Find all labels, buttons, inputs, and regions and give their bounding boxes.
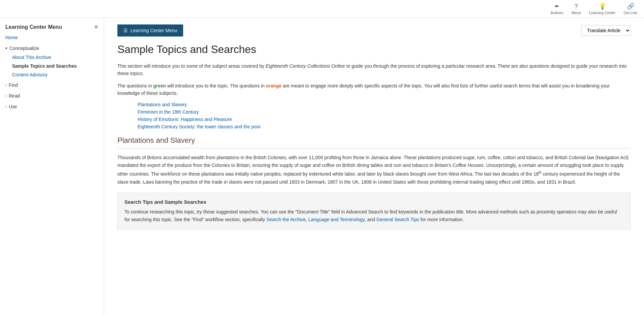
search-tips-and: , and bbox=[365, 217, 376, 222]
sidebar-sub-item-about-archive[interactable]: About This Archive bbox=[0, 53, 104, 62]
sidebar-section-read-label: Read bbox=[9, 93, 20, 99]
sidebar-home-link[interactable]: Home bbox=[0, 34, 104, 44]
article-intro-p1: This section will introduce you to some … bbox=[117, 62, 631, 77]
sidebar-title: Learning Center Menu bbox=[5, 24, 62, 30]
topic-links-list: Plantations and Slavery Feminism in the … bbox=[138, 102, 631, 129]
article-intro-p2: The questions in green will introduce yo… bbox=[117, 82, 631, 97]
article-title: Sample Topics and Searches bbox=[117, 43, 631, 56]
general-search-tips-link[interactable]: General Search Tips bbox=[376, 217, 419, 222]
chevron-right-icon: › bbox=[5, 83, 7, 87]
sidebar-section-find: › Find bbox=[0, 80, 104, 90]
search-tips-body: To continue researching this topic, try … bbox=[124, 208, 624, 223]
get-link-icon: 🔗 bbox=[627, 3, 634, 10]
intro-p1-italic: Eighteenth Century Collections Online bbox=[266, 63, 345, 69]
authors-label: Authors bbox=[550, 11, 563, 15]
chevron-right-icon-read: › bbox=[5, 93, 7, 98]
get-link-label: Get Link bbox=[624, 11, 637, 15]
translate-select[interactable]: Translate Article bbox=[581, 25, 631, 36]
get-link-nav[interactable]: 🔗 Get Link bbox=[624, 3, 637, 15]
sidebar-section-read: › Read bbox=[0, 91, 104, 101]
list-item: History of Emotions: Happiness and Pleas… bbox=[138, 117, 631, 122]
sidebar-section-find-header[interactable]: › Find bbox=[0, 80, 104, 90]
search-tips-title: Search Tips and Sample Searches bbox=[124, 199, 624, 205]
learning-center-label: Learning Center bbox=[589, 11, 615, 15]
sidebar-sub-item-sample-topics[interactable]: Sample Topics and Searches bbox=[0, 62, 104, 70]
intro-p2-start: The questions in bbox=[117, 83, 153, 88]
intro-p2-mid: will introduce you to the topic. The que… bbox=[166, 83, 266, 88]
topic-link-emotions[interactable]: History of Emotions: Happiness and Pleas… bbox=[138, 117, 232, 122]
orange-text: orange bbox=[266, 83, 282, 88]
search-tips-body-end: for more information. bbox=[419, 217, 464, 222]
about-icon: ? bbox=[575, 3, 578, 10]
sidebar-section-read-header[interactable]: › Read bbox=[0, 91, 104, 101]
chevron-right-icon-use: › bbox=[5, 104, 7, 109]
about-nav[interactable]: ? About bbox=[571, 3, 581, 15]
learning-center-menu-button[interactable]: ☰ Learning Center Menu bbox=[117, 24, 183, 37]
sidebar-section-use-label: Use bbox=[9, 104, 17, 109]
chevron-down-icon: ▾ bbox=[5, 46, 7, 51]
list-item: Plantations and Slavery bbox=[138, 102, 631, 107]
section-divider bbox=[117, 148, 631, 148]
list-item: Eighteenth Century Society: the lower cl… bbox=[138, 124, 631, 129]
topic-link-feminism[interactable]: Feminism in the 18th Century bbox=[138, 109, 199, 115]
authors-nav[interactable]: ✒ Authors bbox=[550, 3, 563, 15]
sidebar: Learning Center Menu ✕ Home ▾ Conceptual… bbox=[0, 18, 104, 314]
search-the-archive-link[interactable]: Search the Archive bbox=[266, 217, 306, 222]
learning-center-nav[interactable]: 💡 Learning Center bbox=[589, 3, 615, 15]
menu-lines-icon: ☰ bbox=[123, 28, 128, 33]
topic-link-plantations[interactable]: Plantations and Slavery bbox=[138, 102, 187, 107]
green-text: green bbox=[153, 83, 166, 88]
main-layout: Learning Center Menu ✕ Home ▾ Conceptual… bbox=[0, 18, 644, 314]
content-area: ☰ Learning Center Menu Translate Article… bbox=[104, 18, 644, 314]
top-bar: ✒ Authors ? About 💡 Learning Center 🔗 Ge… bbox=[0, 0, 644, 18]
section-body-plantations: Thousands of Britons accumulated wealth … bbox=[117, 154, 631, 186]
sidebar-section-conceptualize: ▾ Conceptualize About This Archive Sampl… bbox=[0, 44, 104, 79]
sidebar-section-conceptualize-label: Conceptualize bbox=[9, 46, 39, 51]
list-item: Feminism in the 18th Century bbox=[138, 109, 631, 115]
topic-link-society[interactable]: Eighteenth Century Society: the lower cl… bbox=[138, 124, 261, 129]
learning-center-btn-label: Learning Center Menu bbox=[130, 28, 177, 33]
sidebar-sub-item-content-advisory[interactable]: Content Advisory bbox=[0, 70, 104, 79]
content-header: ☰ Learning Center Menu Translate Article bbox=[117, 24, 631, 37]
sidebar-section-conceptualize-header[interactable]: ▾ Conceptualize bbox=[0, 44, 104, 53]
authors-icon: ✒ bbox=[554, 3, 559, 10]
language-terminology-link[interactable]: Language and Terminology bbox=[308, 217, 365, 222]
learning-center-icon: 💡 bbox=[599, 3, 606, 10]
sidebar-close-button[interactable]: ✕ bbox=[94, 24, 98, 30]
section-title-plantations: Plantations and Slavery bbox=[117, 136, 631, 145]
sidebar-section-use: › Use bbox=[0, 102, 104, 111]
search-tips-box: Search Tips and Sample Searches To conti… bbox=[117, 193, 631, 230]
sidebar-section-use-header[interactable]: › Use bbox=[0, 102, 104, 111]
sidebar-header: Learning Center Menu ✕ bbox=[0, 22, 104, 34]
intro-p1-start: This section will introduce you to some … bbox=[117, 63, 266, 69]
sidebar-section-find-label: Find bbox=[9, 82, 18, 88]
about-label: About bbox=[571, 11, 581, 15]
